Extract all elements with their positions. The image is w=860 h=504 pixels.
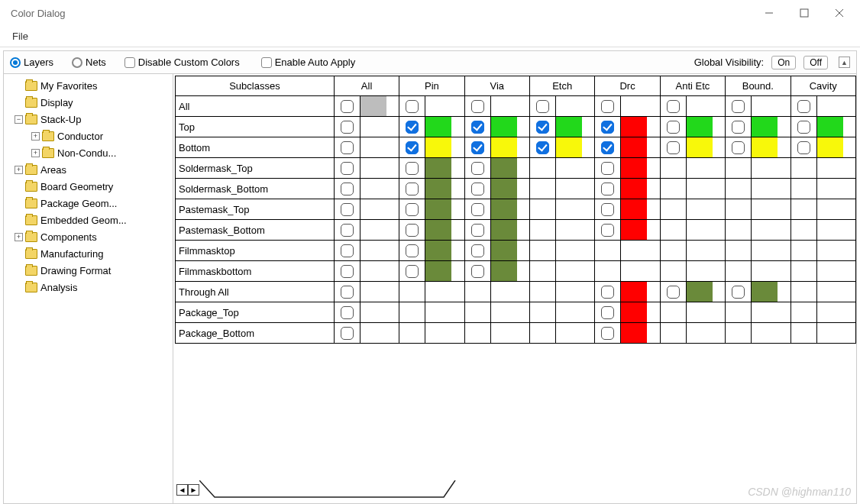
color-swatch[interactable] — [425, 241, 451, 260]
radio-nets[interactable]: Nets — [72, 57, 106, 68]
checkbox-icon[interactable] — [341, 306, 354, 319]
cell-checkbox-slot[interactable] — [465, 137, 491, 157]
cell-checkbox-slot[interactable] — [465, 117, 491, 137]
close-button[interactable] — [822, 2, 857, 24]
cell-checkbox-slot[interactable] — [726, 282, 752, 302]
checkbox-icon[interactable] — [341, 203, 354, 216]
cell-checkbox-slot[interactable] — [335, 282, 360, 302]
cell-color-slot[interactable] — [621, 199, 647, 219]
checkbox-icon[interactable] — [471, 244, 484, 257]
cell-checkbox-slot[interactable] — [465, 199, 491, 219]
cell-color-slot[interactable] — [687, 117, 713, 137]
checkbox-icon[interactable] — [406, 183, 419, 195]
cell-color-slot[interactable] — [752, 137, 778, 157]
cell-checkbox-slot[interactable] — [595, 137, 621, 157]
cell-checkbox-slot[interactable] — [465, 241, 491, 260]
color-swatch[interactable] — [491, 241, 517, 260]
checkbox-icon[interactable] — [732, 286, 745, 299]
color-swatch[interactable] — [621, 199, 647, 219]
cell-color-slot[interactable] — [491, 241, 517, 260]
checkbox-icon[interactable] — [406, 224, 419, 237]
checkbox-icon[interactable] — [601, 141, 614, 154]
tree-node[interactable]: −Stack-Up — [8, 111, 173, 128]
expand-icon[interactable]: + — [31, 132, 40, 141]
cell-color-slot[interactable] — [491, 261, 517, 281]
cell-checkbox-slot[interactable] — [530, 117, 556, 137]
checkbox-icon[interactable] — [341, 141, 354, 154]
tree-node[interactable]: My Favorites — [8, 77, 173, 94]
checkbox-icon[interactable] — [471, 224, 484, 237]
row-label[interactable]: Pastemask_Top — [176, 199, 335, 220]
cell-checkbox-slot[interactable] — [399, 158, 425, 178]
color-swatch[interactable] — [360, 96, 386, 116]
checkbox-icon[interactable] — [406, 121, 419, 134]
cell-checkbox-slot[interactable] — [335, 302, 360, 322]
expand-icon[interactable]: + — [15, 166, 23, 174]
tree-node[interactable]: +Non-Condu... — [8, 144, 173, 161]
checkbox-icon[interactable] — [536, 100, 549, 113]
cell-checkbox-slot[interactable] — [335, 96, 360, 116]
checkbox-icon[interactable] — [601, 286, 614, 299]
global-visibility-off[interactable]: Off — [803, 56, 828, 69]
checkbox-icon[interactable] — [406, 162, 419, 175]
cell-checkbox-slot[interactable] — [335, 199, 360, 219]
checkbox-icon[interactable] — [471, 100, 484, 113]
color-swatch[interactable] — [687, 117, 713, 137]
cell-checkbox-slot[interactable] — [335, 137, 360, 157]
cell-checkbox-slot[interactable] — [399, 96, 425, 116]
color-swatch[interactable] — [687, 282, 713, 302]
cell-checkbox-slot[interactable] — [726, 96, 752, 116]
row-label[interactable]: Package_Bottom — [176, 323, 335, 344]
cell-checkbox-slot[interactable] — [791, 137, 817, 157]
cell-checkbox-slot[interactable] — [595, 158, 621, 178]
checkbox-icon[interactable] — [471, 265, 484, 278]
color-swatch[interactable] — [621, 179, 647, 199]
cell-checkbox-slot[interactable] — [399, 117, 425, 137]
cell-color-slot[interactable] — [425, 137, 451, 157]
cell-color-slot[interactable] — [621, 158, 647, 178]
row-label[interactable]: Filmmasktop — [176, 241, 335, 261]
cell-checkbox-slot[interactable] — [399, 241, 425, 260]
checkbox-icon[interactable] — [471, 121, 484, 134]
cell-checkbox-slot[interactable] — [595, 323, 621, 343]
checkbox-icon[interactable] — [406, 265, 419, 278]
cell-checkbox-slot[interactable] — [399, 199, 425, 219]
cell-checkbox-slot[interactable] — [661, 137, 687, 157]
cell-checkbox-slot[interactable] — [791, 117, 817, 137]
color-swatch[interactable] — [491, 199, 517, 219]
row-label[interactable]: Package_Top — [176, 302, 335, 323]
cell-checkbox-slot[interactable] — [465, 96, 491, 116]
checkbox-icon[interactable] — [341, 327, 354, 340]
checkbox-icon[interactable] — [471, 141, 484, 154]
row-label[interactable]: Through All — [176, 282, 335, 302]
checkbox-icon[interactable] — [341, 265, 354, 278]
color-swatch[interactable] — [425, 220, 451, 240]
cell-color-slot[interactable] — [556, 137, 582, 157]
cell-checkbox-slot[interactable] — [530, 96, 556, 116]
checkbox-icon[interactable] — [471, 162, 484, 175]
checkbox-icon[interactable] — [667, 286, 680, 299]
checkbox-icon[interactable] — [601, 203, 614, 216]
row-label[interactable]: Pastemask_Bottom — [176, 220, 335, 241]
color-swatch[interactable] — [621, 323, 647, 343]
color-swatch[interactable] — [621, 137, 647, 157]
cell-color-slot[interactable] — [425, 199, 451, 219]
col-header[interactable]: Anti Etc — [660, 76, 725, 96]
color-swatch[interactable] — [491, 117, 517, 137]
minimize-button[interactable] — [752, 2, 787, 24]
color-swatch[interactable] — [621, 158, 647, 178]
cell-color-slot[interactable] — [752, 282, 778, 302]
cell-checkbox-slot[interactable] — [335, 241, 360, 260]
color-swatch[interactable] — [817, 117, 843, 137]
color-swatch[interactable] — [491, 179, 517, 199]
maximize-button[interactable] — [787, 2, 822, 24]
checkbox-icon[interactable] — [667, 121, 680, 134]
cell-color-slot[interactable] — [425, 220, 451, 240]
checkbox-icon[interactable] — [406, 141, 419, 154]
cell-checkbox-slot[interactable] — [465, 261, 491, 281]
expand-icon[interactable]: + — [31, 149, 40, 157]
cell-color-slot[interactable] — [621, 302, 647, 322]
cell-color-slot[interactable] — [817, 137, 843, 157]
tree-node[interactable]: Drawing Format — [8, 262, 173, 279]
tree-node[interactable]: Package Geom... — [8, 195, 173, 212]
